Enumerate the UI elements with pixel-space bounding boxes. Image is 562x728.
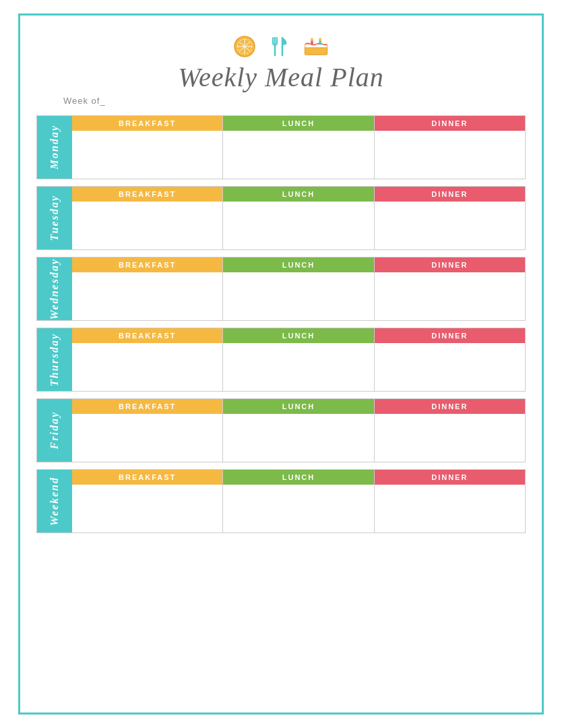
wednesday-lunch-col: LUNCH [222, 257, 373, 320]
friday-lunch-col: LUNCH [222, 399, 373, 462]
header-icons [232, 34, 330, 59]
days-container: Monday BREAKFAST LUNCH DINNER T [36, 115, 526, 533]
friday-dinner-header: DINNER [375, 399, 525, 414]
friday-meals: BREAKFAST LUNCH DINNER [72, 399, 525, 462]
friday-lunch-header: LUNCH [223, 399, 373, 414]
thursday-row: Thursday BREAKFAST LUNCH DINNER [36, 328, 526, 392]
weekend-lunch-header: LUNCH [223, 470, 373, 485]
thursday-lunch-content[interactable] [223, 343, 373, 391]
tuesday-breakfast-content[interactable] [72, 202, 222, 249]
thursday-lunch-header: LUNCH [223, 328, 373, 343]
monday-breakfast-content[interactable] [72, 131, 222, 179]
thursday-dinner-col: DINNER [374, 328, 525, 391]
thursday-breakfast-col: BREAKFAST [72, 328, 222, 391]
friday-breakfast-col: BREAKFAST [72, 399, 222, 462]
wednesday-label: Wednesday [37, 257, 72, 320]
weekend-breakfast-header: BREAKFAST [72, 470, 222, 485]
tuesday-label: Tuesday [37, 187, 72, 249]
week-of-label[interactable]: Week of_ [63, 96, 106, 106]
wednesday-row: Wednesday BREAKFAST LUNCH DINNER [36, 257, 526, 321]
wednesday-lunch-header: LUNCH [223, 257, 373, 272]
wednesday-breakfast-content[interactable] [72, 272, 222, 320]
page: Weekly Meal Plan Week of_ Monday BREAKFA… [18, 13, 544, 715]
weekend-label: Weekend [37, 470, 72, 533]
tuesday-lunch-content[interactable] [223, 202, 373, 249]
thursday-label: Thursday [37, 328, 72, 391]
wednesday-lunch-content[interactable] [223, 272, 373, 320]
lemon-icon [232, 34, 257, 59]
weekend-breakfast-content[interactable] [72, 485, 222, 533]
cake-icon [303, 34, 330, 59]
tuesday-lunch-header: LUNCH [223, 187, 373, 202]
tuesday-breakfast-col: BREAKFAST [72, 187, 222, 249]
friday-lunch-content[interactable] [223, 414, 373, 462]
monday-label: Monday [37, 116, 72, 179]
monday-dinner-header: DINNER [375, 116, 525, 131]
svg-point-14 [311, 38, 313, 41]
page-title: Weekly Meal Plan [178, 61, 384, 93]
monday-meals: BREAKFAST LUNCH DINNER [72, 116, 525, 179]
svg-point-15 [319, 38, 321, 41]
tuesday-dinner-content[interactable] [375, 202, 525, 249]
weekend-lunch-col: LUNCH [222, 470, 373, 533]
tuesday-row: Tuesday BREAKFAST LUNCH DINNER [36, 186, 526, 250]
friday-dinner-content[interactable] [375, 414, 525, 462]
thursday-meals: BREAKFAST LUNCH DINNER [72, 328, 525, 391]
friday-label: Friday [37, 399, 72, 462]
tuesday-breakfast-header: BREAKFAST [72, 187, 222, 202]
weekend-breakfast-col: BREAKFAST [72, 470, 222, 533]
weekend-dinner-header: DINNER [375, 470, 525, 485]
wednesday-dinner-col: DINNER [374, 257, 525, 320]
friday-breakfast-content[interactable] [72, 414, 222, 462]
thursday-dinner-header: DINNER [375, 328, 525, 343]
friday-dinner-col: DINNER [374, 399, 525, 462]
friday-breakfast-header: BREAKFAST [72, 399, 222, 414]
weekend-lunch-content[interactable] [223, 485, 373, 533]
thursday-breakfast-content[interactable] [72, 343, 222, 391]
wednesday-dinner-content[interactable] [375, 272, 525, 320]
thursday-breakfast-header: BREAKFAST [72, 328, 222, 343]
wednesday-breakfast-col: BREAKFAST [72, 257, 222, 320]
monday-dinner-content[interactable] [375, 131, 525, 179]
monday-dinner-col: DINNER [374, 116, 525, 179]
wednesday-dinner-header: DINNER [375, 257, 525, 272]
tuesday-lunch-col: LUNCH [222, 187, 373, 249]
thursday-lunch-col: LUNCH [222, 328, 373, 391]
monday-row: Monday BREAKFAST LUNCH DINNER [36, 115, 526, 179]
monday-lunch-content[interactable] [223, 131, 373, 179]
tuesday-dinner-col: DINNER [374, 187, 525, 249]
monday-breakfast-header: BREAKFAST [72, 116, 222, 131]
tuesday-meals: BREAKFAST LUNCH DINNER [72, 187, 525, 249]
friday-row: Friday BREAKFAST LUNCH DINNER [36, 398, 526, 462]
weekend-row: Weekend BREAKFAST LUNCH DINNER [36, 469, 526, 533]
monday-breakfast-col: BREAKFAST [72, 116, 222, 179]
weekend-meals: BREAKFAST LUNCH DINNER [72, 470, 525, 533]
thursday-dinner-content[interactable] [375, 343, 525, 391]
monday-lunch-col: LUNCH [222, 116, 373, 179]
weekend-dinner-col: DINNER [374, 470, 525, 533]
wednesday-meals: BREAKFAST LUNCH DINNER [72, 257, 525, 320]
wednesday-breakfast-header: BREAKFAST [72, 257, 222, 272]
tuesday-dinner-header: DINNER [375, 187, 525, 202]
monday-lunch-header: LUNCH [223, 116, 373, 131]
utensils-icon [268, 34, 292, 59]
weekend-dinner-content[interactable] [375, 485, 525, 533]
